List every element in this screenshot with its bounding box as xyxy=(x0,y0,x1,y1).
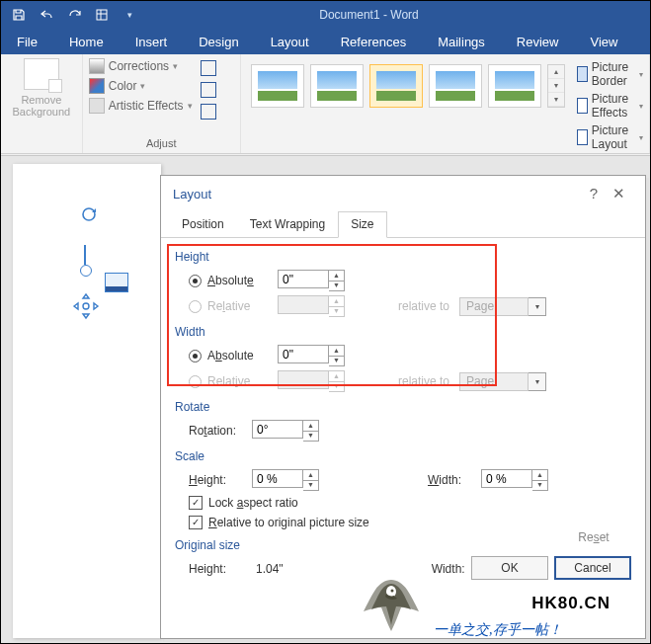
orig-height-label: Height: xyxy=(189,562,252,576)
scale-height-input[interactable] xyxy=(252,469,303,488)
watermark-url: HK80.CN xyxy=(531,594,610,613)
corrections-icon xyxy=(89,58,105,74)
tab-layout[interactable]: Layout xyxy=(255,29,325,54)
compress-pictures-icon[interactable] xyxy=(201,60,216,76)
style-thumb[interactable] xyxy=(251,64,304,108)
scale-height-spinner[interactable]: ▲▼ xyxy=(252,469,319,491)
tab-view[interactable]: View xyxy=(574,29,633,54)
remove-background-button[interactable]: Remove Background xyxy=(12,58,71,118)
tab-text-wrapping[interactable]: Text Wrapping xyxy=(237,211,338,238)
tab-review[interactable]: Review xyxy=(501,29,575,54)
ribbon-tabs: File Home Insert Design Layout Reference… xyxy=(1,29,650,54)
scale-width-label: Width: xyxy=(428,473,481,487)
reset-picture-icon[interactable] xyxy=(201,104,216,120)
group-label-adjust: Adjust xyxy=(89,135,234,153)
highlight-box xyxy=(167,244,497,386)
picture-layout-icon xyxy=(577,129,588,145)
tab-home[interactable]: Home xyxy=(53,29,120,54)
picture-border-button[interactable]: Picture Border▾ xyxy=(577,60,643,88)
ok-button[interactable]: OK xyxy=(471,556,548,580)
selection-handle[interactable] xyxy=(80,265,92,277)
title-bar: ▾ Document1 - Word xyxy=(1,1,650,29)
rotate-handle-icon[interactable] xyxy=(80,205,98,223)
dialog-tabs: Position Text Wrapping Size xyxy=(161,211,645,238)
section-rotate: Rotate xyxy=(175,400,631,414)
help-button[interactable]: ? xyxy=(584,185,604,202)
selection-connector xyxy=(84,245,86,265)
picture-border-icon xyxy=(577,66,588,82)
tab-mailings[interactable]: Mailings xyxy=(422,29,501,54)
remove-background-icon xyxy=(24,58,59,90)
tab-file[interactable]: File xyxy=(1,29,53,54)
cancel-button[interactable]: Cancel xyxy=(554,556,631,580)
artistic-effects-button[interactable]: Artistic Effects▾ xyxy=(89,98,193,114)
section-scale: Scale xyxy=(175,449,631,463)
tab-references[interactable]: References xyxy=(325,29,422,54)
layout-dialog: Layout ? ✕ Position Text Wrapping Size H… xyxy=(160,175,646,639)
style-thumb[interactable] xyxy=(369,64,423,108)
corrections-button[interactable]: Corrections▾ xyxy=(89,58,193,74)
scale-width-input[interactable] xyxy=(481,469,532,488)
style-thumb[interactable] xyxy=(310,64,364,108)
close-button[interactable]: ✕ xyxy=(604,185,633,202)
undo-icon[interactable] xyxy=(33,1,60,29)
picture-effects-button[interactable]: Picture Effects▾ xyxy=(577,92,643,120)
rotation-spinner[interactable]: ▲▼ xyxy=(252,420,319,442)
save-icon[interactable] xyxy=(5,1,33,29)
tab-insert[interactable]: Insert xyxy=(120,29,184,54)
style-thumb[interactable] xyxy=(488,64,541,108)
tab-design[interactable]: Design xyxy=(183,29,254,54)
window-title: Document1 - Word xyxy=(88,8,650,22)
reset-button[interactable]: Reset xyxy=(556,526,631,548)
change-picture-icon[interactable] xyxy=(201,82,216,98)
scale-height-label: Height: xyxy=(189,473,252,487)
redo-icon[interactable] xyxy=(60,1,88,29)
lock-aspect-checkbox[interactable]: ✓Lock aspect ratio xyxy=(189,493,631,513)
tab-help[interactable]: Help xyxy=(633,29,651,54)
layout-options-icon[interactable] xyxy=(105,273,128,292)
dialog-title: Layout xyxy=(173,187,211,201)
tab-size[interactable]: Size xyxy=(338,211,386,238)
style-thumb[interactable] xyxy=(429,64,482,108)
svg-point-2 xyxy=(83,303,89,309)
rotation-label: Rotation: xyxy=(189,424,252,438)
color-icon xyxy=(89,78,105,94)
picture-effects-icon xyxy=(577,98,588,114)
picture-styles-gallery[interactable]: ▴▾▾ xyxy=(247,58,569,151)
tab-position[interactable]: Position xyxy=(169,211,237,238)
document-page[interactable] xyxy=(13,164,161,638)
scale-width-spinner[interactable]: ▲▼ xyxy=(481,469,548,491)
color-button[interactable]: Color▾ xyxy=(89,78,193,94)
gallery-more-button[interactable]: ▴▾▾ xyxy=(547,64,565,108)
artistic-icon xyxy=(89,98,105,114)
svg-point-1 xyxy=(83,208,95,220)
rotation-input[interactable] xyxy=(252,420,303,439)
picture-layout-button[interactable]: Picture Layout▾ xyxy=(577,123,643,151)
move-handle-icon[interactable] xyxy=(72,292,100,320)
ribbon: Remove Background Corrections▾ Color▾ Ar… xyxy=(1,54,650,154)
orig-height-value: 1.04" xyxy=(256,562,284,576)
